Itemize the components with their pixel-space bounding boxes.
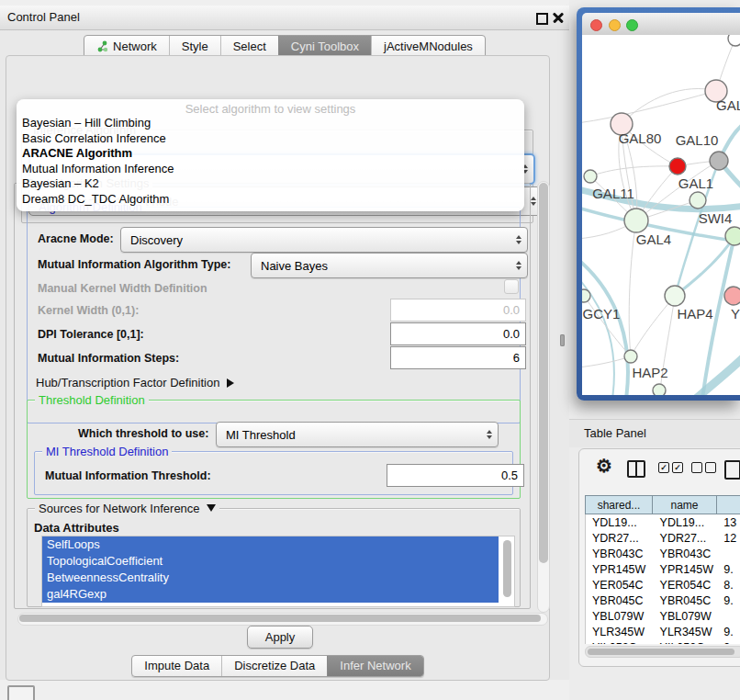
hub-definition-expander[interactable]: Hub/Transcription Factor Definition xyxy=(36,376,234,390)
algorithm-option-aracne-algorithm[interactable]: ARACNE Algorithm xyxy=(17,146,524,162)
zoom-traffic-light-icon[interactable] xyxy=(626,19,638,31)
network-graph: GALGAL80GAL10GAL1GAL11SWI4GAL4GCY1HAP4YH… xyxy=(582,35,740,395)
table-row[interactable]: YIL052CYIL052C9. xyxy=(586,639,740,644)
network-node-gcy1[interactable] xyxy=(582,289,590,302)
mi-threshold-field[interactable]: 0.5 xyxy=(387,464,524,487)
node-label-gal10: GAL10 xyxy=(676,132,719,148)
table-cell: 9. xyxy=(717,593,740,608)
mi-algorithm-type-value: Naive Bayes xyxy=(261,259,328,273)
sources-group-title[interactable]: Sources for Network Inference xyxy=(35,502,219,515)
node-label-gal11: GAL11 xyxy=(592,186,634,201)
network-node-swi4[interactable] xyxy=(725,227,740,245)
which-threshold-combobox[interactable]: MI Threshold xyxy=(216,422,499,447)
network-node-gal11[interactable] xyxy=(584,170,597,183)
mi-steps-value: 6 xyxy=(513,351,520,365)
bottom-tab-discretize-data[interactable]: Discretize Data xyxy=(221,656,327,676)
algorithm-option-dream8-dc-tdc-algorithm[interactable]: Dream8 DC_TDC Algorithm xyxy=(17,192,524,208)
gear-icon[interactable]: ⚙ xyxy=(596,457,612,475)
close-icon[interactable] xyxy=(553,12,564,23)
table-cell xyxy=(717,608,740,624)
network-node[interactable] xyxy=(653,384,666,395)
close-traffic-light-icon[interactable] xyxy=(590,19,602,31)
tab-label: Network xyxy=(113,40,157,53)
table-horizontal-scrollbar-thumb[interactable] xyxy=(588,649,734,655)
float-panel-icon[interactable] xyxy=(536,13,548,25)
apply-button[interactable]: Apply xyxy=(247,626,313,649)
kernel-width-field[interactable]: 0.0 xyxy=(390,299,526,322)
node-label-hap2: HAP2 xyxy=(632,365,667,380)
algorithm-option-mutual-information-inference[interactable]: Mutual Information Inference xyxy=(17,162,524,177)
control-panel: Control Panel NetworkStyleSelectCyni Too… xyxy=(0,6,569,680)
table-row[interactable]: YBR045CYBR045C9. xyxy=(586,593,740,608)
settings-horizontal-scrollbar-thumb[interactable] xyxy=(19,615,541,622)
dpi-tolerance-value: 0.0 xyxy=(503,327,520,341)
settings-vertical-scrollbar-thumb[interactable] xyxy=(539,183,548,563)
network-edge xyxy=(582,91,716,123)
data-attributes-list[interactable]: SelfLoopsTopologicalCoefficientBetweenne… xyxy=(41,536,515,607)
node-label-swi4: SWI4 xyxy=(699,210,733,226)
checked-checkboxes-icon[interactable]: ✓✓ xyxy=(658,462,684,473)
table-row[interactable]: YER054CYER054C8. xyxy=(586,577,740,593)
column-header-name[interactable]: name xyxy=(653,495,717,514)
network-node-y[interactable] xyxy=(724,287,740,305)
table-cell: YBR045C xyxy=(586,593,654,608)
combo-stepper-icon xyxy=(516,261,521,270)
sources-title-label: Sources for Network Inference xyxy=(39,502,200,515)
table-cell: 12 xyxy=(717,530,740,546)
dpi-tolerance-field[interactable]: 0.0 xyxy=(390,322,526,345)
table-row[interactable]: YLR345WYLR345W9. xyxy=(586,624,740,639)
table-cell: YPR145W xyxy=(586,561,654,577)
network-icon xyxy=(96,40,108,52)
attribute-item-topologicalcoefficient[interactable]: TopologicalCoefficient xyxy=(42,553,499,570)
network-node-gal4[interactable] xyxy=(624,209,648,232)
table-row[interactable]: YDL19...YDL19...13 xyxy=(586,514,740,530)
network-node[interactable] xyxy=(669,158,686,175)
network-edge xyxy=(582,356,631,367)
column-header-shared[interactable]: shared... xyxy=(585,495,653,514)
mi-steps-field[interactable]: 6 xyxy=(390,346,526,369)
table-row[interactable]: YPR145WYPR145W9. xyxy=(586,561,740,577)
table-cell: 13 xyxy=(717,514,740,530)
which-threshold-value: MI Threshold xyxy=(226,428,296,442)
algorithm-option-bayesian-hill-climbing[interactable]: Bayesian – Hill Climbing xyxy=(17,116,524,131)
algorithm-option-bayesian-k2[interactable]: Bayesian – K2 xyxy=(17,176,524,192)
table-cell: YER054C xyxy=(586,577,654,593)
panel-divider-handle[interactable] xyxy=(560,334,565,346)
table-cell: YDL19... xyxy=(654,514,718,530)
attribute-item-betweennesscentrality[interactable]: BetweennessCentrality xyxy=(42,570,499,586)
network-canvas[interactable]: GALGAL80GAL10GAL1GAL11SWI4GAL4GCY1HAP4YH… xyxy=(582,35,740,395)
network-node-gal10[interactable] xyxy=(710,152,728,170)
network-node-hap4[interactable] xyxy=(665,286,685,306)
checkbox-glyph xyxy=(705,462,716,473)
split-columns-icon[interactable] xyxy=(627,460,645,478)
unchecked-checkboxes-icon[interactable] xyxy=(691,462,717,473)
table-horizontal-scrollbar[interactable] xyxy=(585,646,740,658)
node-label-gcy1: GCY1 xyxy=(583,306,621,322)
minimize-traffic-light-icon[interactable] xyxy=(609,19,621,31)
cyni-toolbox-panel: Inference Algorithm gal-filtered sif def… xyxy=(6,55,550,681)
list-scrollbar[interactable] xyxy=(503,540,511,597)
expand-arrow-icon xyxy=(227,378,234,388)
network-edge xyxy=(622,88,716,124)
table-cell: 8. xyxy=(717,577,740,593)
attribute-item-selfloops[interactable]: SelfLoops xyxy=(42,536,499,553)
column-header-2[interactable] xyxy=(717,495,740,514)
minimized-panel-icon[interactable] xyxy=(7,685,35,700)
network-node[interactable] xyxy=(728,35,740,46)
manual-kernel-width-checkbox[interactable] xyxy=(504,279,519,294)
aracne-mode-combobox[interactable]: Discovery xyxy=(120,227,528,253)
network-node-gal1[interactable] xyxy=(690,192,706,209)
document-icon[interactable] xyxy=(724,460,740,480)
mi-algorithm-type-combobox[interactable]: Naive Bayes xyxy=(251,253,528,278)
tab-label: Discretize Data xyxy=(234,659,315,672)
table-row[interactable]: YDR27...YDR27...12 xyxy=(586,530,740,546)
bottom-tab-impute-data[interactable]: Impute Data xyxy=(132,656,221,676)
table-row[interactable]: YBL079WYBL079W xyxy=(586,608,740,624)
network-window-titlebar xyxy=(582,13,740,36)
attribute-item-gal4rgexp[interactable]: gal4RGexp xyxy=(42,586,499,603)
network-node-hap2[interactable] xyxy=(624,350,637,363)
kernel-width-value: 0.0 xyxy=(503,303,520,317)
bottom-tab-infer-network[interactable]: Infer Network xyxy=(327,656,422,676)
table-row[interactable]: YBR043CYBR043C xyxy=(586,546,740,561)
algorithm-option-basic-correlation-inference[interactable]: Basic Correlation Inference xyxy=(17,131,524,147)
